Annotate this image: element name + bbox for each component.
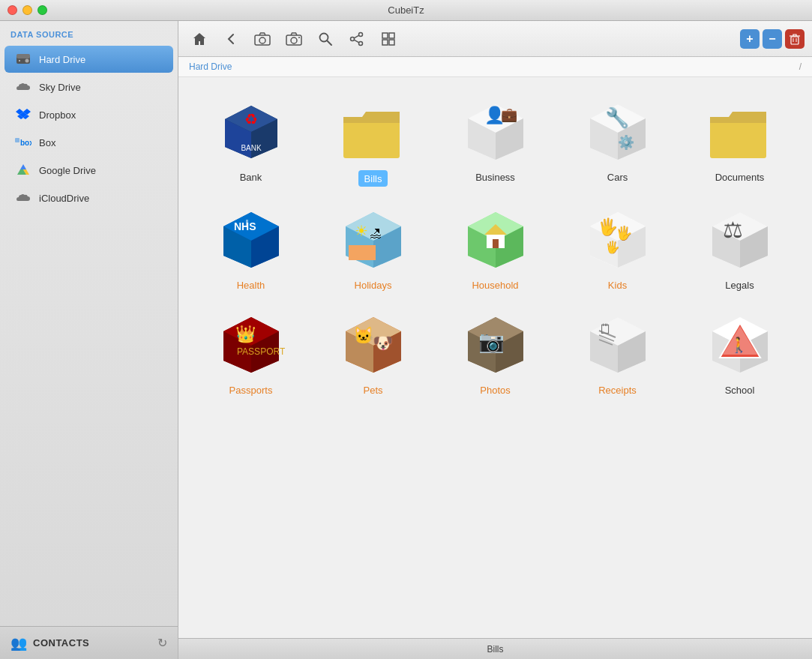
sidebar-item-label-sky-drive: Sky Drive xyxy=(39,82,81,93)
main-content: + − Hard Drive / xyxy=(178,21,812,659)
svg-point-2 xyxy=(25,59,29,63)
grid-item-label-passports: Passports xyxy=(229,385,273,396)
search-button[interactable] xyxy=(312,26,339,52)
grid-item-documents[interactable]: Documents xyxy=(682,92,797,193)
svg-rect-1 xyxy=(16,54,30,58)
sidebar-item-hard-drive[interactable]: Hard Drive xyxy=(4,46,173,73)
svg-line-20 xyxy=(327,40,331,45)
sidebar-item-label-google-drive: Google Drive xyxy=(39,165,96,176)
grid-item-cars[interactable]: 🔧 ⚙️ Cars xyxy=(560,92,675,193)
grid-item-business[interactable]: 👤 💼 Business xyxy=(438,92,553,193)
grid-label-bg-bank: Bank xyxy=(240,170,262,184)
svg-rect-26 xyxy=(382,33,388,38)
sky-drive-icon xyxy=(15,79,31,95)
svg-rect-27 xyxy=(389,33,394,38)
svg-text:⚙️: ⚙️ xyxy=(618,134,635,151)
camera-button[interactable] xyxy=(249,26,276,52)
svg-rect-66 xyxy=(349,245,376,260)
grid-label-bg-household: Household xyxy=(472,278,518,292)
grid-label-bg-legals: Legals xyxy=(725,278,754,292)
contacts-section: 👥 CONTACTS xyxy=(10,635,89,652)
grid-item-label-bank: Bank xyxy=(240,172,262,183)
add-button[interactable]: + xyxy=(740,29,760,49)
svg-text:☀: ☀ xyxy=(355,223,368,239)
svg-text:box: box xyxy=(20,139,31,147)
sidebar-item-box[interactable]: box Box xyxy=(4,129,173,156)
grid-label-bg-kids: Kids xyxy=(608,278,627,292)
grid-label-bg-pets: Pets xyxy=(363,383,382,397)
grid-label-bg-bills: Bills xyxy=(358,170,388,187)
contacts-label: CONTACTS xyxy=(33,637,89,649)
grid-item-bank[interactable]: ♻ BANK Bank xyxy=(193,92,308,193)
home-button[interactable] xyxy=(186,26,213,52)
svg-marker-11 xyxy=(20,164,26,169)
grid-label-bg-cars: Cars xyxy=(607,170,628,184)
svg-rect-75 xyxy=(493,239,499,248)
grid-label-bg-photos: Photos xyxy=(480,383,510,397)
grid-area: ♻ BANK Bank xyxy=(178,77,812,638)
grid-item-school[interactable]: 🚶 School xyxy=(682,305,797,403)
breadcrumb: Hard Drive / xyxy=(178,57,812,77)
trash-button[interactable] xyxy=(785,29,805,49)
svg-text:NHS: NHS xyxy=(234,220,256,232)
cube-bank: ♻ BANK xyxy=(217,98,285,166)
box-icon: box xyxy=(15,134,31,151)
close-button[interactable] xyxy=(7,5,17,15)
folder-documents xyxy=(706,98,774,166)
grid-item-kids[interactable]: 🖐 🖐 🖐 Kids xyxy=(560,200,675,298)
maximize-button[interactable] xyxy=(37,5,47,15)
svg-text:♻: ♻ xyxy=(244,111,258,127)
grid-item-label-receipts: Receipts xyxy=(598,385,637,396)
back-button[interactable] xyxy=(217,26,244,52)
grid-item-health[interactable]: NHS Health xyxy=(193,200,308,298)
status-bar: Bills xyxy=(178,638,812,659)
grid-item-legals[interactable]: ⚖ Legals xyxy=(682,200,797,298)
svg-rect-41 xyxy=(343,117,400,123)
camera2-button[interactable] xyxy=(280,26,307,52)
grid-item-photos[interactable]: 📷 Photos xyxy=(438,305,553,403)
grid-item-label-school: School xyxy=(725,385,755,396)
grid-item-bills[interactable]: Bills xyxy=(316,92,430,193)
svg-text:🖐: 🖐 xyxy=(616,225,633,241)
window-controls xyxy=(7,5,47,15)
minus-button[interactable]: − xyxy=(763,29,782,49)
svg-text:📷: 📷 xyxy=(478,329,505,354)
svg-text:🐶: 🐶 xyxy=(373,333,394,353)
toolbar-left xyxy=(186,26,402,52)
svg-point-15 xyxy=(259,37,265,43)
grid-item-household[interactable]: Household xyxy=(438,200,553,298)
breadcrumb-path[interactable]: Hard Drive xyxy=(189,61,232,72)
sidebar-items: Hard Drive Sky Drive xyxy=(0,45,178,626)
sidebar-item-icloud-drive[interactable]: iCloudDrive xyxy=(4,184,173,211)
sidebar-item-sky-drive[interactable]: Sky Drive xyxy=(4,73,173,100)
cube-cars: 🔧 ⚙️ xyxy=(584,98,652,166)
grid-item-holidays[interactable]: ☀ 🏖 Holidays xyxy=(316,200,430,298)
items-grid: ♻ BANK Bank xyxy=(193,92,797,403)
grid-label-bg-health: Health xyxy=(237,278,265,292)
status-text: Bills xyxy=(487,644,503,655)
grid-item-passports[interactable]: 👑 PASSPORT Passports xyxy=(193,305,308,403)
grid-item-receipts[interactable]: 🗒 Receipts xyxy=(560,305,675,403)
app-body: DATA SOURCE Hard Drive xyxy=(0,21,812,659)
sidebar-item-google-drive[interactable]: Google Drive xyxy=(4,157,173,184)
minimize-button[interactable] xyxy=(22,5,32,15)
refresh-icon[interactable]: ↻ xyxy=(157,636,167,650)
dropbox-icon xyxy=(15,106,31,123)
titlebar: CubeiTz xyxy=(0,0,812,21)
cube-kids: 🖐 🖐 🖐 xyxy=(584,206,652,274)
grid-item-label-bills: Bills xyxy=(364,173,382,184)
sidebar-item-dropbox[interactable]: Dropbox xyxy=(4,101,173,128)
grid-button[interactable] xyxy=(375,26,402,52)
folder-bills xyxy=(340,98,407,166)
sidebar-item-label-box: Box xyxy=(39,137,55,148)
svg-text:💼: 💼 xyxy=(501,106,518,123)
svg-text:🗒: 🗒 xyxy=(599,322,613,337)
share-button[interactable] xyxy=(343,26,370,52)
toolbar: + − xyxy=(178,21,812,57)
cube-school: 🚶 xyxy=(706,311,774,379)
google-drive-icon xyxy=(15,162,31,178)
grid-item-label-documents: Documents xyxy=(715,172,765,183)
grid-item-label-kids: Kids xyxy=(608,280,627,291)
sidebar-item-label-hard-drive: Hard Drive xyxy=(39,54,85,65)
grid-item-pets[interactable]: 🐱 🐶 Pets xyxy=(316,305,430,403)
